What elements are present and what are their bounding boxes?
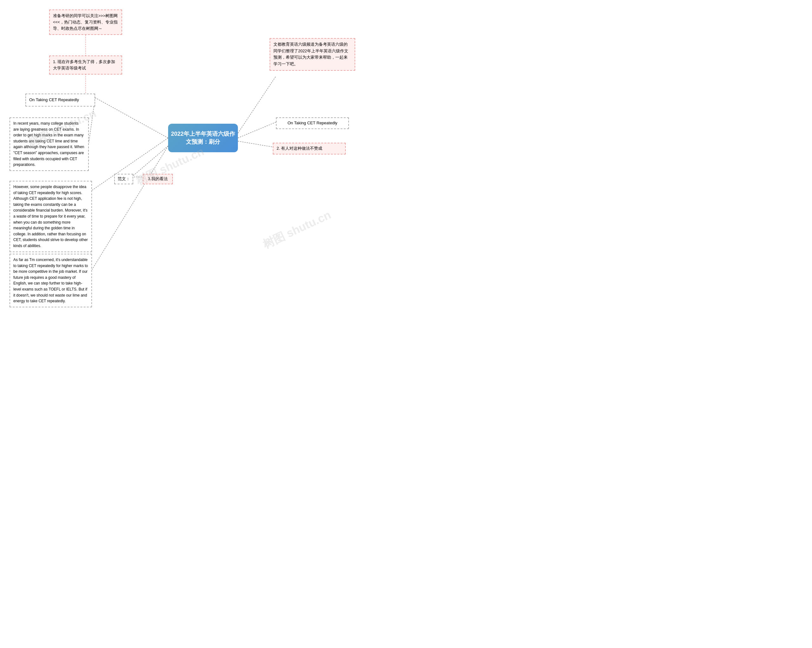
watermark-3: 树图 shutu.cn <box>260 207 334 252</box>
mind-map: 准备考研的同学可以关注>>>树图网<<<，热门动态、复习资料、专业指导、时政热点… <box>0 0 406 324</box>
para2-text: However, some people disapprove the idea… <box>13 184 88 248</box>
para1-text: In recent years, many college students a… <box>13 121 84 167</box>
myview-text: 3.我的看法 <box>148 176 168 181</box>
topic1-box: 1. 现在许多考生为了得，多次参加大学英语等级考试 <box>49 55 122 75</box>
title-node-left: On Taking CET Repeatedly <box>25 94 95 107</box>
promo-box-left: 准备考研的同学可以关注>>>树图网<<<，热门动态、复习资料、专业指导、时政热点… <box>49 9 122 35</box>
promo-text-left: 准备考研的同学可以关注>>>树图网<<<，热门动态、复习资料、专业指导、时政热点… <box>53 14 118 31</box>
fanwen-label-box: 范文： <box>114 174 133 184</box>
svg-line-4 <box>132 146 168 177</box>
paragraph-2-box: However, some people disapprove the idea… <box>9 181 92 252</box>
paragraph-1-box: In recent years, many college students a… <box>9 117 89 171</box>
promo-text-right: 文都教育英语六级频道为备考英语六级的同学们整理了2022年上半年英语六级作文预测… <box>273 42 348 66</box>
title-left-text: On Taking CET Repeatedly <box>29 98 79 102</box>
svg-line-8 <box>238 76 276 133</box>
svg-line-10 <box>238 141 276 148</box>
svg-line-3 <box>92 146 168 270</box>
topic2-box: 2. 有人对这种做法不赞成 <box>273 143 346 154</box>
fanwen-label: 范文： <box>118 176 130 181</box>
promo-box-right: 文都教育英语六级频道为备考英语六级的同学们整理了2022年上半年英语六级作文预测… <box>270 38 355 71</box>
myview-box: 3.我的看法 <box>143 174 173 184</box>
central-title: 2022年上半年英语六级作文预测：刷分 <box>171 130 235 146</box>
title-node-right: On Taking CET Repeatedly <box>276 117 349 129</box>
paragraph-3-box: As far as Tm concerned, it's understanda… <box>9 254 92 307</box>
title-right-text: On Taking CET Repeatedly <box>287 120 337 125</box>
svg-line-9 <box>238 122 276 138</box>
para3-text: As far as Tm concerned, it's understanda… <box>13 258 88 303</box>
central-node: 2022年上半年英语六级作文预测：刷分 <box>168 124 238 152</box>
topic2-text: 2. 有人对这种做法不赞成 <box>276 146 322 151</box>
topic1-text: 1. 现在许多考生为了得，多次参加大学英语等级考试 <box>53 59 115 70</box>
svg-line-0 <box>95 98 168 138</box>
